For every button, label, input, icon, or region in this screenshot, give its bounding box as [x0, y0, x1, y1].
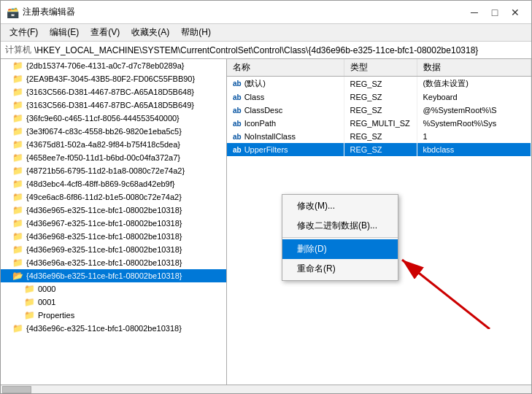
table-row[interactable]: abClass REG_SZ Keyboard — [227, 90, 531, 104]
menu-view[interactable]: 查看(V) — [85, 25, 126, 40]
tree-item[interactable]: 📁{2db15374-706e-4131-a0c7-d7c78eb0289a} — [1, 59, 226, 72]
context-menu-separator — [282, 237, 398, 238]
col-type[interactable]: 类型 — [344, 59, 417, 77]
reg-value-icon: ab — [233, 133, 242, 141]
tree-item[interactable]: 📁{3163C566-D381-4467-87BC-A65A18D5B648} — [1, 85, 226, 98]
reg-data: %SystemRoot%\Sys — [417, 117, 531, 130]
scrollbar-thumb[interactable] — [2, 386, 31, 393]
tree-item[interactable]: 📁{4d36e968-e325-11ce-bfc1-08002be10318} — [1, 230, 226, 243]
title-bar-left: 🗃️ 注册表编辑器 — [7, 6, 75, 18]
reg-name: ab(默认) — [227, 77, 344, 91]
registry-tree[interactable]: 📁{2db15374-706e-4131-a0c7-d7c78eb0289a} … — [1, 59, 227, 385]
tree-item-child[interactable]: 📁0001 — [1, 296, 226, 309]
tree-item[interactable]: 📁{4d36e96a-e325-11ce-bfc1-08002be10318} — [1, 256, 226, 269]
title-bar: 🗃️ 注册表编辑器 ─ □ ✕ — [1, 1, 531, 24]
reg-type: REG_SZ — [344, 77, 417, 91]
folder-icon: 📁 — [24, 297, 35, 307]
reg-type: REG_SZ — [344, 130, 417, 143]
close-button[interactable]: ✕ — [505, 4, 525, 20]
folder-icon: 📁 — [12, 166, 23, 176]
menu-edit[interactable]: 编辑(E) — [44, 25, 85, 40]
reg-name: abClass — [227, 90, 344, 104]
folder-icon: 📁 — [12, 87, 23, 97]
folder-icon: 📁 — [12, 100, 23, 110]
reg-type: REG_MULTI_SZ — [344, 117, 417, 130]
reg-value-icon: ab — [233, 80, 242, 88]
reg-data: Keyboard — [417, 90, 531, 104]
tree-item[interactable]: 📁{2EA9B43F-3045-43B5-80F2-FD06C55FBB90} — [1, 72, 226, 85]
folder-icon: 📁 — [12, 205, 23, 215]
folder-icon: 📁 — [24, 284, 35, 294]
folder-icon: 📁 — [12, 179, 23, 189]
reg-value-icon: ab — [233, 93, 242, 101]
tree-item[interactable]: 📁{4d36e965-e325-11ce-bfc1-08002be10318} — [1, 204, 226, 217]
reg-data: (数值未设置) — [417, 77, 531, 91]
tree-item-child[interactable]: 📁0000 — [1, 282, 226, 296]
tree-item[interactable]: 📁{48721b56-6795-11d2-b1a8-0080c72e74a2} — [1, 164, 226, 177]
tree-item[interactable]: 📁{48d3ebc4-4cf8-48ff-b869-9c68ad42eb9f} — [1, 177, 226, 190]
main-window: 🗃️ 注册表编辑器 ─ □ ✕ 文件(F) 编辑(E) 查看(V) 收藏夹(A)… — [0, 0, 532, 394]
tree-item[interactable]: 📁{4d36e96c-e325-11ce-bfc1-08002be10318} — [1, 322, 226, 335]
window-title: 注册表编辑器 — [23, 6, 75, 18]
folder-icon: 📁 — [12, 74, 23, 84]
folder-icon: 📁 — [12, 218, 23, 228]
minimize-button[interactable]: ─ — [464, 4, 485, 20]
folder-icon: 📁 — [12, 323, 23, 333]
folder-icon: 📁 — [12, 258, 23, 268]
title-controls: ─ □ ✕ — [464, 4, 525, 20]
context-menu-rename[interactable]: 重命名(R) — [282, 259, 398, 279]
content-area: 📁{2db15374-706e-4131-a0c7-d7c78eb0289a} … — [1, 59, 531, 385]
menu-favorites[interactable]: 收藏夹(A) — [126, 25, 175, 40]
table-row[interactable]: abIconPath REG_MULTI_SZ %SystemRoot%\Sys — [227, 117, 531, 130]
reg-data: 1 — [417, 130, 531, 143]
col-name[interactable]: 名称 — [227, 59, 344, 77]
menu-help[interactable]: 帮助(H) — [175, 25, 217, 40]
folder-icon: 📁 — [12, 192, 23, 202]
registry-table: 名称 类型 数据 ab(默认) REG_SZ (数值未设置) abClass — [227, 59, 531, 156]
reg-type: REG_SZ — [344, 104, 417, 117]
tree-item[interactable]: 📁{3163C566-D381-4467-87BC-A65A18D5B649} — [1, 98, 226, 112]
folder-open-icon: 📂 — [12, 271, 23, 281]
folder-icon: 📁 — [12, 113, 23, 123]
table-row[interactable]: abClassDesc REG_SZ @%SystemRoot%\S — [227, 104, 531, 117]
tree-item[interactable]: 📁{4658ee7e-f050-11d1-b6bd-00c04fa372a7} — [1, 151, 226, 164]
reg-type: REG_SZ — [344, 143, 417, 156]
context-menu-modify-bin[interactable]: 修改二进制数据(B)... — [282, 216, 398, 236]
app-icon: 🗃️ — [7, 7, 18, 18]
folder-icon: 📁 — [12, 139, 23, 150]
address-label: 计算机 — [5, 44, 31, 56]
tree-item[interactable]: 📁{36fc9e60-c465-11cf-8056-444553540000} — [1, 112, 226, 125]
tree-item[interactable]: 📁{4d36e969-e325-11ce-bfc1-08002be10318} — [1, 243, 226, 256]
context-menu-modify[interactable]: 修改(M)... — [282, 196, 398, 216]
reg-name: abClassDesc — [227, 104, 344, 117]
menu-file[interactable]: 文件(F) — [4, 25, 44, 40]
table-row[interactable]: abNoInstallClass REG_SZ 1 — [227, 130, 531, 143]
folder-icon: 📁 — [12, 152, 23, 163]
context-menu-delete[interactable]: 删除(D) — [282, 239, 398, 259]
address-path: \HKEY_LOCAL_MACHINE\SYSTEM\CurrentContro… — [34, 45, 478, 55]
reg-name: abNoInstallClass — [227, 130, 344, 143]
tree-item[interactable]: 📁{4d36e967-e325-11ce-bfc1-08002be10318} — [1, 217, 226, 230]
folder-icon: 📁 — [24, 310, 35, 320]
folder-icon: 📁 — [12, 126, 23, 136]
table-row-selected[interactable]: abUpperFilters REG_SZ kbdclass — [227, 143, 531, 156]
registry-values-panel: 名称 类型 数据 ab(默认) REG_SZ (数值未设置) abClass — [227, 59, 531, 385]
context-menu: 修改(M)... 修改二进制数据(B)... 删除(D) 重命名(R) — [282, 194, 398, 281]
reg-name: abIconPath — [227, 117, 344, 130]
col-data[interactable]: 数据 — [417, 59, 531, 77]
folder-icon: 📁 — [12, 231, 23, 242]
folder-icon: 📁 — [12, 244, 23, 255]
tree-item[interactable]: 📁{3e3f0674-c83c-4558-bb26-9820e1eba5c5} — [1, 125, 226, 138]
reg-value-icon: ab — [233, 107, 242, 115]
reg-type: REG_SZ — [344, 90, 417, 104]
maximize-button[interactable]: □ — [485, 4, 505, 20]
horizontal-scrollbar[interactable] — [1, 385, 531, 393]
reg-value-icon: ab — [233, 146, 242, 154]
table-row[interactable]: ab(默认) REG_SZ (数值未设置) — [227, 77, 531, 91]
tree-item-selected[interactable]: 📂{4d36e96b-e325-11ce-bfc1-08002be10318} — [1, 269, 226, 282]
tree-item[interactable]: 📁{49ce6ac8-6f86-11d2-b1e5-0080c72e74a2} — [1, 190, 226, 204]
tree-item[interactable]: 📁{43675d81-502a-4a82-9f84-b75f418c5dea} — [1, 138, 226, 151]
tree-item-properties[interactable]: 📁Properties — [1, 309, 226, 322]
menu-bar: 文件(F) 编辑(E) 查看(V) 收藏夹(A) 帮助(H) — [1, 24, 531, 42]
reg-data: @%SystemRoot%\S — [417, 104, 531, 117]
